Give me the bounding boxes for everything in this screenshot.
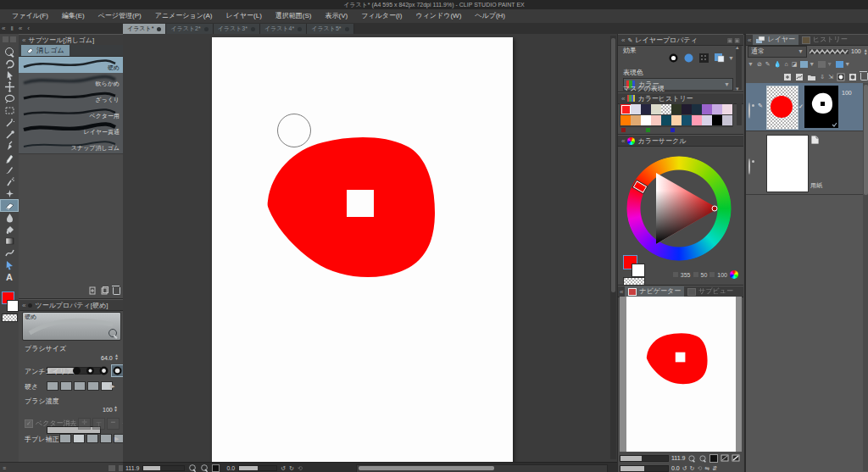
pencil-tool[interactable]: [1, 153, 18, 164]
subtool-item-snap-eraser[interactable]: スナップ消しゴム: [19, 137, 123, 154]
subtool-item-soft[interactable]: 軟らかめ: [19, 73, 123, 90]
tab-illustration-1[interactable]: イラスト*: [123, 24, 166, 34]
layer-scroll-thumb[interactable]: [864, 85, 868, 195]
canvas-area[interactable]: [123, 34, 617, 462]
close-tab-icon[interactable]: [345, 27, 349, 31]
preview-magnifier-icon[interactable]: [108, 329, 117, 337]
pause-pages-icon[interactable]: ‖: [10, 25, 13, 32]
status-reset-rotate-icon[interactable]: ⟲: [298, 465, 303, 471]
hardness-expand-icon[interactable]: ▶: [110, 383, 114, 389]
antialias-middle-button[interactable]: [98, 365, 109, 376]
create-mask-icon[interactable]: [837, 73, 845, 81]
tone-effect-icon[interactable]: [698, 53, 710, 64]
decoration-tool[interactable]: [1, 188, 18, 199]
tab-illustration-3[interactable]: イラスト3*: [214, 24, 260, 34]
collapse-panel-icon[interactable]: «: [22, 36, 25, 44]
layer-mask-thumbnail[interactable]: [804, 86, 838, 128]
opacity-value[interactable]: 100: [851, 48, 861, 54]
layer-property-scrollbar[interactable]: ▴ ▾: [736, 46, 742, 90]
rotate-left-icon[interactable]: ↺: [682, 465, 687, 471]
collapse-panel-icon[interactable]: «: [620, 288, 623, 296]
fill-tool[interactable]: [1, 224, 18, 235]
auto-select-tool[interactable]: [1, 117, 18, 128]
new-folder-icon[interactable]: [807, 73, 816, 81]
subtool-item-hard[interactable]: 硬め: [19, 57, 123, 74]
status-actual-size-icon[interactable]: [212, 464, 220, 472]
status-rotate-right-icon[interactable]: ↻: [289, 465, 294, 471]
palette-menu-icon[interactable]: [10, 36, 16, 42]
menu-animation[interactable]: アニメーション(A): [148, 13, 220, 19]
menu-file[interactable]: ファイル(F): [5, 13, 55, 19]
tab-illustration-4[interactable]: イラスト4*: [260, 24, 307, 34]
delete-layer-icon[interactable]: [860, 73, 868, 81]
scroll-up-icon[interactable]: ▴: [736, 44, 739, 50]
vector-erase-touch-button[interactable]: ✛: [78, 418, 91, 430]
stabilize-expand-icon[interactable]: ▶: [114, 436, 119, 441]
first-page-icon[interactable]: «: [2, 25, 5, 32]
subtool-item-vector[interactable]: ベクター用: [19, 105, 123, 122]
antialias-none-button[interactable]: [71, 365, 82, 376]
hscroll-thumb[interactable]: [359, 466, 494, 470]
navigator-actual-size-icon[interactable]: [709, 454, 718, 463]
canvas-vscrollbar[interactable]: [610, 36, 616, 459]
layer-color-toggle-icon[interactable]: ▼: [836, 61, 850, 68]
zoom-tool[interactable]: [1, 46, 18, 57]
menu-view[interactable]: 表示(V): [319, 13, 355, 19]
mask-link-check-icon[interactable]: ✓: [798, 103, 804, 109]
effect-dropdown-icon[interactable]: ▼: [728, 55, 734, 61]
antialias-weak-button[interactable]: [85, 365, 96, 376]
collapse-panel-icon[interactable]: «: [22, 302, 25, 309]
flip-horizontal-icon[interactable]: ⇋: [704, 465, 709, 471]
navigator-view[interactable]: [620, 297, 742, 452]
merge-down-icon[interactable]: ⇲: [828, 74, 833, 80]
watercolor-edge-icon[interactable]: [682, 53, 695, 64]
subtool-item-rough[interactable]: ざっくり: [19, 89, 123, 106]
vector-erase-intersect-button[interactable]: ┬: [92, 418, 105, 430]
transparent-color-swatch[interactable]: [2, 314, 18, 322]
tab-history[interactable]: ヒストリー: [798, 35, 851, 45]
lock-layer-icon[interactable]: ✎: [765, 61, 771, 67]
circle-background-swatch[interactable]: [632, 264, 645, 277]
layer-visible-icon[interactable]: [748, 103, 750, 119]
pen-tool[interactable]: [1, 141, 18, 152]
tab-navigator[interactable]: ナビゲーター: [625, 286, 684, 297]
subtool-item-layer-through[interactable]: レイヤー貫通: [19, 121, 123, 138]
subtool-group-tab-eraser[interactable]: 消しゴム: [21, 45, 70, 56]
operation-tool[interactable]: [1, 69, 18, 81]
layer-move-tool[interactable]: [1, 81, 18, 92]
close-tab-icon[interactable]: [298, 27, 302, 31]
vscroll-thumb[interactable]: [611, 38, 615, 292]
close-tab-icon[interactable]: [204, 27, 209, 31]
flip-vertical-icon[interactable]: ⇵: [712, 465, 717, 471]
layer-row-paper[interactable]: 用紙: [746, 131, 863, 195]
canvas-page[interactable]: [212, 37, 513, 462]
menu-help[interactable]: ヘルプ(H): [468, 13, 512, 19]
vector-erase-whole-button[interactable]: ━: [107, 418, 120, 430]
layer-scrollbar[interactable]: [863, 83, 868, 471]
history-swatch[interactable]: [722, 115, 733, 126]
tab-layers[interactable]: レイヤー: [753, 35, 798, 45]
menu-filter[interactable]: フィルター(I): [354, 13, 409, 19]
close-tab-icon[interactable]: [157, 27, 161, 31]
menu-selection[interactable]: 選択範囲(S): [269, 13, 319, 19]
menu-page[interactable]: ページ管理(P): [92, 13, 148, 19]
reference-layer-icon[interactable]: ▼: [818, 61, 832, 68]
apply-mask-icon[interactable]: [849, 73, 857, 81]
collapse-panel-icon[interactable]: «: [621, 36, 625, 44]
layer-row-1[interactable]: ✎ ✓ 100: [746, 83, 863, 131]
background-color-swatch[interactable]: [7, 300, 19, 312]
color-history-scrollbar[interactable]: [737, 103, 742, 125]
ruler-range-icon[interactable]: ▼: [800, 61, 815, 68]
duplicate-subtool-icon[interactable]: [101, 286, 108, 295]
prev-pages-icon[interactable]: «: [19, 25, 22, 32]
paper-thumbnail[interactable]: [766, 135, 809, 192]
text-tool[interactable]: A: [1, 271, 18, 282]
scroll-down-icon[interactable]: ▾: [736, 86, 739, 92]
new-raster-layer-icon[interactable]: [783, 73, 792, 81]
border-effect-icon[interactable]: [667, 53, 680, 64]
canvas-hscrollbar[interactable]: [356, 464, 608, 472]
opacity-stepper[interactable]: ▲▼: [864, 48, 868, 55]
gradient-tool[interactable]: [1, 236, 18, 247]
add-subtool-icon[interactable]: [89, 286, 97, 295]
hardness-selector[interactable]: [47, 381, 113, 391]
